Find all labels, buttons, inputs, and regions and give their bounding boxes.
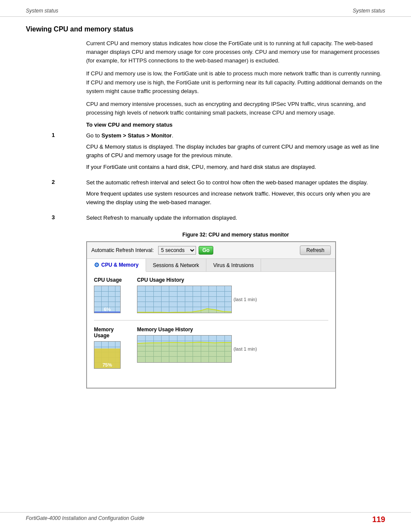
- numbered-list: 1 Go to System > Status > Monitor. CPU &…: [52, 131, 385, 225]
- cpu-history-row: (last 1 min): [137, 286, 328, 313]
- refresh-button[interactable]: Refresh: [300, 246, 331, 255]
- monitor-box: Automatic Refresh Interval: 5 seconds 10…: [86, 241, 336, 389]
- paragraph-1: Current CPU and memory status indicates …: [86, 39, 385, 65]
- step-3-content: Select Refresh to manually update the in…: [86, 214, 385, 225]
- step-2: 2 Set the automatic refresh interval and…: [52, 178, 385, 209]
- paragraph-3: CPU and memory intensive processes, such…: [86, 100, 385, 117]
- refresh-interval-select[interactable]: 5 seconds 10 seconds 30 seconds 1 minute: [158, 246, 196, 255]
- step-3-line-0: Select Refresh to manually update the in…: [86, 214, 385, 222]
- tab-virus-intrusions-label: Virus & Intrusions: [213, 262, 254, 268]
- step-1-line-2: If your FortiGate unit contains a hard d…: [86, 163, 385, 171]
- page-footer: FortiGate-4000 Installation and Configur…: [0, 512, 411, 524]
- cpu-history-chart: [137, 286, 232, 313]
- footer-right: 119: [372, 515, 385, 524]
- memory-bar-chart: 75%: [94, 341, 121, 369]
- cpu-bar-chart: 6%: [94, 286, 121, 313]
- cpu-usage-label: CPU Usage: [94, 277, 128, 283]
- tab-cpu-memory[interactable]: ⚙ CPU & Memory: [87, 259, 146, 272]
- sub-heading: To view CPU and memory status: [86, 121, 385, 128]
- page-header: System status System status: [0, 0, 411, 17]
- memory-history-label: Memory Usage History: [137, 327, 328, 333]
- step-2-number: 2: [52, 178, 86, 209]
- step-3: 3 Select Refresh to manually update the …: [52, 214, 385, 225]
- tab-virus-intrusions[interactable]: Virus & Intrusions: [206, 259, 261, 271]
- footer-left: FortiGate-4000 Installation and Configur…: [26, 515, 144, 524]
- memory-history-row: (last 1 min): [137, 335, 328, 363]
- step-1-line-0: Go to System > Status > Monitor.: [86, 131, 385, 140]
- cpu-usage-section: CPU Usage 6% CPU Usage History (last 1 m…: [94, 277, 328, 313]
- header-left: System status: [26, 8, 58, 14]
- step-1-line-1: CPU & Memory status is displayed. The di…: [86, 143, 385, 160]
- step-2-line-0: Set the automatic refresh interval and s…: [86, 178, 385, 187]
- tab-cpu-memory-label: CPU & Memory: [101, 262, 139, 268]
- step-2-line-1: More frequent updates use system resourc…: [86, 190, 385, 207]
- monitor-content: CPU Usage 6% CPU Usage History (last 1 m…: [87, 272, 335, 381]
- cpu-history-label: CPU Usage History: [137, 277, 328, 283]
- cpu-history-suffix: (last 1 min): [234, 297, 257, 302]
- memory-usage-section: Memory Usage 75% Memory Usage History (l…: [94, 320, 328, 369]
- memory-history-suffix: (last 1 min): [234, 346, 257, 352]
- figure-caption: Figure 32: CPU and memory status monitor: [86, 232, 385, 238]
- step-2-content: Set the automatic refresh interval and s…: [86, 178, 385, 209]
- memory-bar-container: Memory Usage 75%: [94, 327, 128, 369]
- monitor-tabs: ⚙ CPU & Memory Sessions & Network Virus …: [87, 259, 335, 272]
- tab-sessions-network-label: Sessions & Network: [153, 262, 199, 268]
- monitor-toolbar: Automatic Refresh Interval: 5 seconds 10…: [87, 242, 335, 259]
- step-1-number: 1: [52, 131, 86, 174]
- main-content: Viewing CPU and memory status Current CP…: [0, 17, 411, 397]
- memory-usage-label: Memory Usage: [94, 327, 128, 339]
- memory-history-container: Memory Usage History (last 1 min): [137, 327, 328, 363]
- step-3-number: 3: [52, 214, 86, 225]
- memory-history-chart: [137, 335, 232, 363]
- section-title: Viewing CPU and memory status: [26, 25, 385, 33]
- cpu-memory-icon: ⚙: [94, 261, 100, 268]
- step-1-content: Go to System > Status > Monitor. CPU & M…: [86, 131, 385, 174]
- cpu-bar-container: CPU Usage 6%: [94, 277, 128, 313]
- step-1: 1 Go to System > Status > Monitor. CPU &…: [52, 131, 385, 174]
- tab-sessions-network[interactable]: Sessions & Network: [146, 259, 206, 271]
- paragraph-2: If CPU and memory use is low, the FortiG…: [86, 69, 385, 95]
- header-right: System status: [353, 8, 385, 14]
- go-button[interactable]: Go: [199, 246, 214, 255]
- cpu-history-container: CPU Usage History (last 1 min): [137, 277, 328, 313]
- refresh-interval-label: Automatic Refresh Interval:: [91, 247, 154, 253]
- page-container: System status System status Viewing CPU …: [0, 0, 411, 532]
